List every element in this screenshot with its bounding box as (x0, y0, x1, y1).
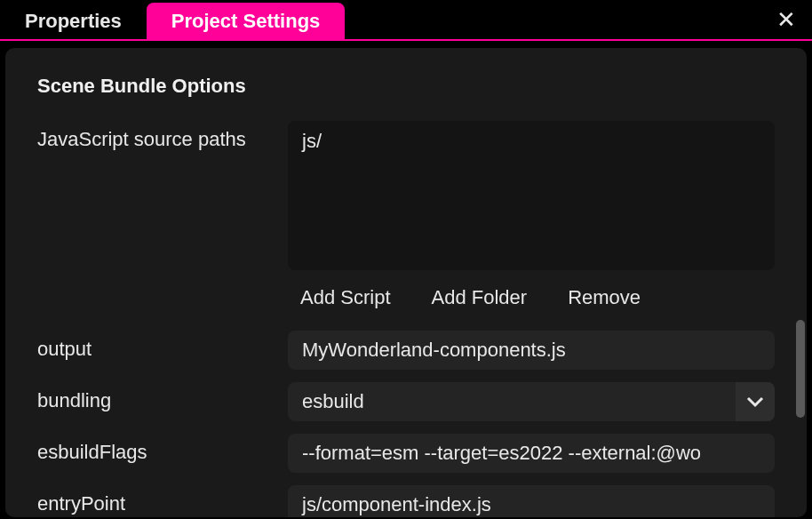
row-entry-point: entryPoint js/component-index.js (37, 485, 775, 517)
row-esbuild-flags: esbuildFlags --format=esm --target=es202… (37, 434, 775, 473)
chevron-down-icon[interactable] (736, 382, 775, 421)
settings-panel: Scene Bundle Options JavaScript source p… (5, 48, 807, 517)
remove-button[interactable]: Remove (568, 286, 641, 309)
label-entry-point: entryPoint (37, 485, 288, 515)
row-bundling: bundling esbuild (37, 382, 775, 421)
scrollbar-thumb[interactable] (796, 320, 805, 418)
bundling-select[interactable]: esbuild (288, 382, 775, 421)
source-paths-actions: Add Script Add Folder Remove (288, 270, 775, 318)
output-input[interactable]: MyWonderland-components.js (288, 331, 775, 370)
js-source-paths-list[interactable]: js/ (288, 121, 775, 270)
section-title: Scene Bundle Options (37, 75, 775, 98)
label-output: output (37, 331, 288, 361)
row-output: output MyWonderland-components.js (37, 331, 775, 370)
tab-project-settings[interactable]: Project Settings (147, 3, 345, 40)
label-esbuild-flags: esbuildFlags (37, 434, 288, 464)
tab-properties[interactable]: Properties (0, 3, 147, 40)
row-js-source-paths: JavaScript source paths js/ Add Script A… (37, 121, 775, 318)
close-icon[interactable]: ✕ (776, 8, 796, 31)
js-source-path-item[interactable]: js/ (302, 130, 760, 153)
label-js-source-paths: JavaScript source paths (37, 121, 288, 151)
add-folder-button[interactable]: Add Folder (432, 286, 528, 309)
label-bundling: bundling (37, 382, 288, 412)
esbuild-flags-input[interactable]: --format=esm --target=es2022 --external:… (288, 434, 775, 473)
add-script-button[interactable]: Add Script (300, 286, 391, 309)
bundling-value: esbuild (288, 390, 736, 413)
tab-bar: Properties Project Settings ✕ (0, 0, 812, 41)
entry-point-input[interactable]: js/component-index.js (288, 485, 775, 517)
col-js-source-paths: js/ Add Script Add Folder Remove (288, 121, 775, 318)
panel-container: Scene Bundle Options JavaScript source p… (0, 41, 812, 517)
